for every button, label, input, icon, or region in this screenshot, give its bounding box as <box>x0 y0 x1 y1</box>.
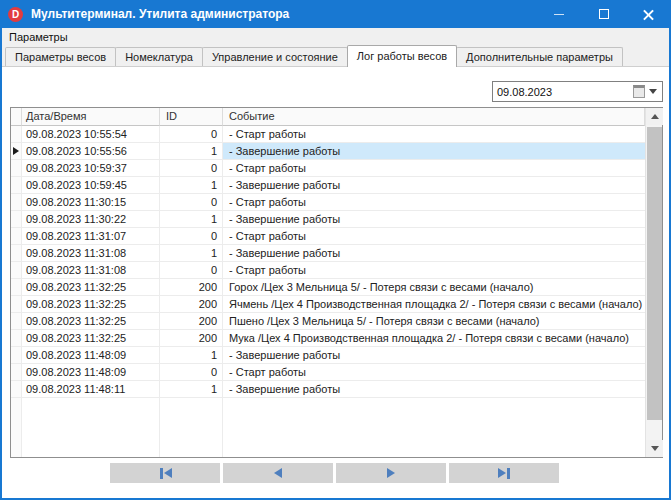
cell-event: - Завершение работы <box>223 177 645 194</box>
header-id[interactable]: ID <box>160 108 223 126</box>
cell-event: - Завершение работы <box>223 143 645 160</box>
prior-record-icon <box>274 468 282 478</box>
cell-datetime: 09.08.2023 11:48:09 <box>22 364 160 381</box>
header-event[interactable]: Событие <box>223 108 645 126</box>
window-controls <box>536 0 671 28</box>
vertical-scrollbar[interactable] <box>645 108 662 457</box>
scroll-up-icon <box>651 114 659 119</box>
app-icon: D <box>8 7 23 22</box>
scroll-down-button[interactable] <box>646 440 663 457</box>
minimize-button[interactable] <box>536 0 581 28</box>
row-indicator-cell <box>11 262 22 279</box>
cell-datetime: 09.08.2023 11:31:08 <box>22 262 160 279</box>
scroll-down-icon <box>651 446 659 451</box>
window-border-left <box>0 28 2 500</box>
log-table: Дата/Время ID Событие 09.08.2023 10:55:5… <box>10 107 663 458</box>
table-row[interactable]: 09.08.2023 11:31:07 0 - Старт работы <box>11 228 645 245</box>
cell-event: Мука /Цех 4 Производственная площадка 2/… <box>223 330 645 347</box>
maximize-icon <box>599 9 609 19</box>
cell-id: 1 <box>160 381 223 398</box>
cell-id: 0 <box>160 194 223 211</box>
table-row[interactable]: 09.08.2023 11:31:08 0 - Старт работы <box>11 262 645 279</box>
date-picker[interactable]: 09.08.2023 <box>492 81 663 102</box>
tab-additional-params[interactable]: Дополнительные параметры <box>456 47 623 66</box>
cell-id: 0 <box>160 364 223 381</box>
close-button[interactable] <box>626 0 671 28</box>
cell-datetime: 09.08.2023 11:32:25 <box>22 330 160 347</box>
record-navigator <box>110 463 562 483</box>
tab-control-state[interactable]: Управление и состояние <box>202 47 348 66</box>
table-row[interactable]: 09.08.2023 11:48:09 0 - Старт работы <box>11 364 645 381</box>
table-header-row: Дата/Время ID Событие <box>11 108 645 126</box>
table-row[interactable]: 09.08.2023 10:55:54 0 - Старт работы <box>11 126 645 143</box>
next-record-button[interactable] <box>336 463 446 483</box>
cell-datetime: 09.08.2023 11:30:22 <box>22 211 160 228</box>
cell-event: Ячмень /Цех 4 Производственная площадка … <box>223 296 645 313</box>
window-title: Мультитерминал. Утилита администратора <box>31 7 289 21</box>
cell-id: 1 <box>160 245 223 262</box>
table-row[interactable]: 09.08.2023 10:59:45 1 - Завершение работ… <box>11 177 645 194</box>
header-datetime[interactable]: Дата/Время <box>22 108 160 126</box>
title-bar: D Мультитерминал. Утилита администратора <box>0 0 671 28</box>
row-indicator-cell <box>11 177 22 194</box>
dropdown-arrow-icon <box>649 89 657 94</box>
scroll-up-button[interactable] <box>646 108 663 125</box>
prior-record-button[interactable] <box>223 463 333 483</box>
close-icon <box>642 8 655 21</box>
table-row[interactable]: 09.08.2023 11:32:25 200 Ячмень /Цех 4 Пр… <box>11 296 645 313</box>
row-indicator-cell <box>11 160 22 177</box>
row-indicator-cell <box>11 364 22 381</box>
table-row[interactable]: 09.08.2023 11:48:09 1 - Завершение работ… <box>11 347 645 364</box>
minimize-icon <box>554 14 564 15</box>
cell-event: - Старт работы <box>223 262 645 279</box>
table-row[interactable]: 09.08.2023 11:32:25 200 Мука /Цех 4 Прои… <box>11 330 645 347</box>
tab-scale-log[interactable]: Лог работы весов <box>347 45 457 67</box>
cell-id: 0 <box>160 262 223 279</box>
cell-datetime: 09.08.2023 11:48:09 <box>22 347 160 364</box>
scrollbar-thumb[interactable] <box>647 127 662 420</box>
row-indicator-cell <box>11 245 22 262</box>
cell-id: 1 <box>160 143 223 160</box>
cell-event: Пшено /Цех 3 Мельница 5/ - Потеря связи … <box>223 313 645 330</box>
maximize-button[interactable] <box>581 0 626 28</box>
row-indicator-cell <box>11 211 22 228</box>
cell-id: 200 <box>160 330 223 347</box>
cell-id: 0 <box>160 126 223 143</box>
row-indicator-cell <box>11 143 22 160</box>
cell-id: 200 <box>160 313 223 330</box>
cell-event: - Старт работы <box>223 194 645 211</box>
table-row[interactable]: 09.08.2023 10:59:37 0 - Старт работы <box>11 160 645 177</box>
table-row[interactable]: 09.08.2023 11:31:08 1 - Завершение работ… <box>11 245 645 262</box>
cell-id: 1 <box>160 211 223 228</box>
table-row[interactable]: 09.08.2023 11:48:11 1 - Завершение работ… <box>11 381 645 398</box>
cell-datetime: 09.08.2023 11:30:15 <box>22 194 160 211</box>
first-record-icon <box>160 468 163 479</box>
cell-event: - Старт работы <box>223 364 645 381</box>
cell-id: 200 <box>160 296 223 313</box>
table-row[interactable]: 09.08.2023 11:32:25 200 Пшено /Цех 3 Мел… <box>11 313 645 330</box>
table-row[interactable]: 09.08.2023 11:30:22 1 - Завершение работ… <box>11 211 645 228</box>
menu-item-parameters[interactable]: Параметры <box>2 28 75 45</box>
table-row[interactable]: 09.08.2023 11:32:25 200 Горох /Цех 3 Мел… <box>11 279 645 296</box>
last-record-button[interactable] <box>449 463 559 483</box>
tab-scale-params[interactable]: Параметры весов <box>5 47 116 66</box>
row-indicator-cell <box>11 126 22 143</box>
tab-bar: Параметры весов Номеклатура Управление и… <box>2 45 669 67</box>
cell-datetime: 09.08.2023 10:59:45 <box>22 177 160 194</box>
first-record-button[interactable] <box>110 463 220 483</box>
calendar-icon <box>633 85 645 98</box>
cell-event: - Завершение работы <box>223 211 645 228</box>
grid-filler-row <box>11 398 645 457</box>
header-indicator-cell <box>11 108 22 126</box>
row-indicator-cell <box>11 347 22 364</box>
cell-datetime: 09.08.2023 10:59:37 <box>22 160 160 177</box>
grid-body: 09.08.2023 10:55:54 0 - Старт работы 09.… <box>11 126 645 457</box>
cell-datetime: 09.08.2023 10:55:56 <box>22 143 160 160</box>
row-indicator-cell <box>11 279 22 296</box>
table-row[interactable]: 09.08.2023 10:55:56 1 - Завершение работ… <box>11 143 645 160</box>
cell-event: - Завершение работы <box>223 347 645 364</box>
table-row[interactable]: 09.08.2023 11:30:15 0 - Старт работы <box>11 194 645 211</box>
menu-bar: Параметры <box>2 28 669 45</box>
tab-nomenclature[interactable]: Номеклатура <box>115 47 203 66</box>
cell-datetime: 09.08.2023 11:32:25 <box>22 296 160 313</box>
